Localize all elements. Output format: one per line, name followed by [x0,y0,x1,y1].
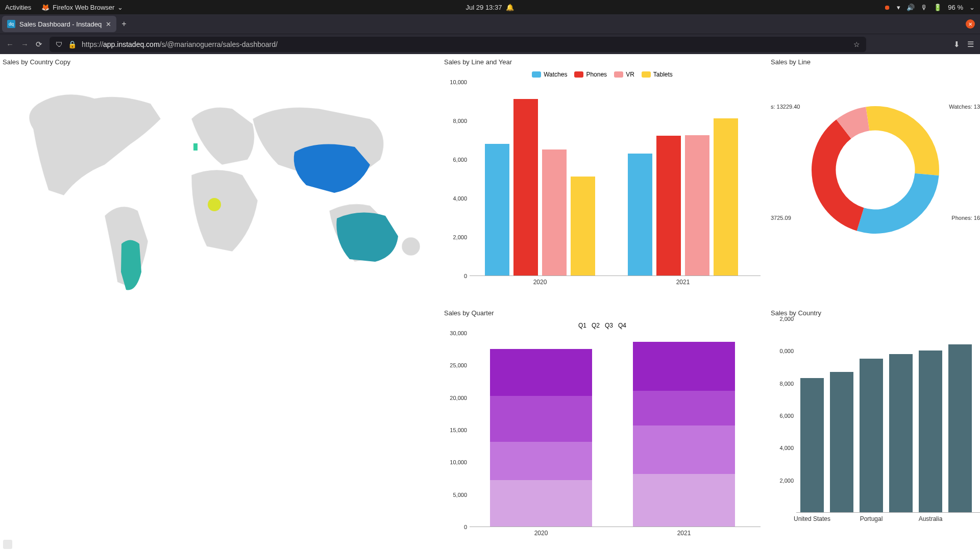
map-country-australia[interactable] [336,213,398,262]
bar-phones-2021[interactable] [656,136,681,276]
browser-tab[interactable]: dq Sales Dashboard - Instadeq ✕ [2,16,116,32]
country-bar-3[interactable] [889,354,913,512]
new-tab-button[interactable]: + [121,19,126,29]
svg-point-0 [402,237,420,256]
donut-slice-phones[interactable] [812,119,864,231]
firefox-icon: 🦊 [41,4,50,11]
legend-item[interactable]: Tablets [642,71,673,78]
stack-Q2-2021[interactable] [633,425,735,474]
stack-Q1-2020[interactable] [490,480,592,527]
country-bar-4[interactable] [919,350,942,512]
legend-item[interactable]: Phones [574,71,607,78]
legend-item[interactable]: Q1 [578,322,586,329]
close-tab-button[interactable]: ✕ [106,20,111,28]
panel-sales-by-country-bar: Sales by Country 2,0004,0006,0008,0000,0… [771,307,980,551]
bar-watches-2021[interactable] [628,154,652,276]
panel-title: Sales by Quarter [444,307,761,319]
donut-chart[interactable]: Watches: 13 Phones: 16 3725.09 s: 13229.… [771,68,980,272]
bookmark-star-icon[interactable]: ☆ [853,40,860,48]
screen-record-icon[interactable]: ⏺ [884,4,891,11]
chart-legend: Watches Phones VR Tablets [444,71,761,78]
footer-icon[interactable] [3,540,12,549]
donut-label-tablets: s: 13229.40 [771,104,800,110]
chevron-down-icon: ⌄ [117,4,123,11]
bar-tablets-2020[interactable] [571,177,595,276]
clock[interactable]: Jul 29 13:37 [466,4,502,11]
country-bar-0[interactable] [800,378,824,512]
chevron-down-icon[interactable]: ⌄ [969,4,975,11]
back-button[interactable]: ← [6,40,14,48]
stacked-bar-chart[interactable]: 05,00010,00015,00020,00025,00030,0002020… [470,333,761,527]
stack-Q3-2020[interactable] [490,396,592,442]
os-top-bar: Activities 🦊 Firefox Web Browser ⌄ Jul 2… [0,0,980,14]
app-indicator[interactable]: 🦊 Firefox Web Browser ⌄ [41,4,123,11]
world-map[interactable] [3,68,436,292]
menu-button[interactable]: ☰ [967,40,974,49]
favicon: dq [7,20,15,28]
panel-title: Sales by Country Copy [3,56,436,68]
donut-slice-tablets[interactable] [866,106,939,176]
bar-vr-2021[interactable] [685,135,709,276]
activities-button[interactable]: Activities [5,4,31,11]
panel-sales-by-line-and-year: Sales by Line and Year Watches Phones VR… [444,56,761,301]
lock-icon[interactable]: 🔒 [68,40,77,48]
legend-item[interactable]: Q4 [618,322,626,329]
notification-icon[interactable]: 🔔 [506,4,514,11]
country-bar-1[interactable] [830,372,853,513]
bar-vr-2020[interactable] [542,149,567,276]
stack-Q2-2020[interactable] [490,442,592,480]
stack-Q3-2021[interactable] [633,391,735,425]
url-text: https://app.instadeq.com/s/@marianoguerr… [82,40,848,48]
panel-sales-by-quarter: Sales by Quarter Q1 Q2 Q3 Q4 05,00010,00… [444,307,761,551]
panel-title: Sales by Country [771,307,980,319]
donut-label-vr: 3725.09 [771,215,791,221]
pocket-icon[interactable]: ⬇ [953,40,960,49]
bar-phones-2020[interactable] [513,99,538,276]
window-close-button[interactable]: ✕ [966,19,975,29]
legend-item[interactable]: Q2 [592,322,600,329]
browser-tab-bar: dq Sales Dashboard - Instadeq ✕ + ✕ [0,14,980,34]
country-bar-2[interactable] [860,359,883,512]
chart-legend: Q1 Q2 Q3 Q4 [444,322,761,329]
panel-sales-by-country-map: Sales by Country Copy [3,56,436,301]
stack-Q4-2020[interactable] [490,349,592,396]
wifi-icon[interactable]: ▾ [897,4,900,11]
map-country-argentina[interactable] [121,240,141,290]
donut-label-phones: Phones: 16 [951,215,980,221]
legend-item[interactable]: Watches [532,71,567,78]
donut-label-watches: Watches: 13 [949,104,980,110]
panel-sales-by-line-donut: Sales by Line Watches: 13 Phones: 16 372… [771,56,980,301]
stack-Q1-2021[interactable] [633,474,735,527]
legend-item[interactable]: VR [614,71,634,78]
tab-title: Sales Dashboard - Instadeq [19,20,102,28]
app-name: Firefox Web Browser [53,4,114,11]
battery-pct: 96 % [948,4,963,11]
map-country-nigeria[interactable] [208,198,221,211]
volume-icon[interactable]: 🔊 [906,4,915,11]
panel-title: Sales by Line and Year [444,56,761,68]
panel-title: Sales by Line [771,56,980,68]
forward-button[interactable]: → [21,40,29,48]
browser-toolbar: ← → ⟳ 🛡 🔒 https://app.instadeq.com/s/@ma… [0,34,980,54]
battery-icon[interactable]: 🔋 [934,4,942,11]
country-bar-5[interactable] [948,344,972,512]
bar-tablets-2021[interactable] [714,118,738,276]
country-bar-chart[interactable]: 2,0004,0006,0008,0000,0002,000United Sta… [796,319,980,513]
reload-button[interactable]: ⟳ [36,40,42,49]
bar-chart[interactable]: 02,0004,0006,0008,00010,00020202021 [470,82,761,276]
mic-icon[interactable]: 🎙 [921,4,927,11]
shield-icon[interactable]: 🛡 [56,40,63,48]
legend-item[interactable]: Q3 [605,322,613,329]
address-bar[interactable]: 🛡 🔒 https://app.instadeq.com/s/@marianog… [50,37,866,52]
map-country-portugal[interactable] [193,143,198,151]
dashboard-content: Sales by Country Copy Sales by Line and … [0,54,980,551]
stack-Q4-2021[interactable] [633,342,735,391]
bar-watches-2020[interactable] [485,144,509,276]
donut-slice-watches[interactable] [857,173,939,234]
